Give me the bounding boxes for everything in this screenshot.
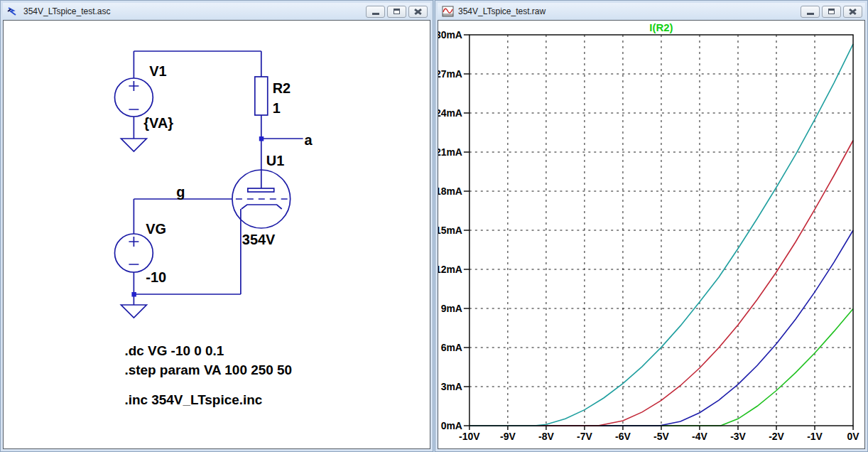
ground-symbol[interactable]: [121, 139, 146, 151]
y-tick-label: 24mA: [438, 107, 462, 119]
waveform-titlebar[interactable]: 354V_LTspice_test.raw: [438, 3, 865, 20]
close-button[interactable]: [408, 6, 428, 18]
x-tick-label: -8V: [538, 431, 554, 442]
minimize-icon: [372, 13, 379, 15]
spice-directive-step[interactable]: .step param VA 100 250 50: [124, 362, 292, 377]
ground-symbol[interactable]: [121, 305, 146, 318]
net-label-g[interactable]: g: [176, 184, 185, 200]
trace-va-150[interactable]: [470, 230, 853, 426]
x-tick-label: -1V: [807, 431, 823, 442]
y-tick-label: 27mA: [438, 68, 462, 80]
x-tick-label: 0V: [847, 431, 860, 442]
component-ref-r2[interactable]: R2: [273, 80, 291, 96]
restore-icon: [828, 9, 835, 14]
component-value-u1[interactable]: 354V: [242, 232, 276, 247]
plot-legend-label[interactable]: I(R2): [649, 21, 673, 33]
spice-directive-inc[interactable]: .inc 354V_LTspice.inc: [124, 392, 262, 407]
restore-button[interactable]: [387, 6, 406, 18]
resistor-r2[interactable]: [255, 77, 268, 115]
voltage-source-v1[interactable]: [114, 78, 153, 117]
component-value-vg[interactable]: -10: [146, 269, 166, 285]
y-tick-label: 9mA: [441, 303, 462, 314]
component-ref-u1[interactable]: U1: [266, 153, 284, 168]
close-icon: [414, 9, 422, 15]
component-ref-v1[interactable]: V1: [149, 63, 166, 79]
y-tick-label: 21mA: [438, 146, 462, 158]
wire-junction: [259, 136, 264, 141]
x-tick-label: -5V: [653, 431, 669, 442]
component-value-r2[interactable]: 1: [273, 100, 281, 116]
ltspice-schematic-icon: [7, 6, 19, 17]
close-icon: [849, 9, 857, 15]
window-title: 354V_LTspice_test.asc: [23, 6, 366, 16]
close-button[interactable]: [843, 6, 862, 18]
waveform-pane[interactable]: -10V-9V-8V-7V-6V-5V-4V-3V-2V-1V0V0mA3mA6…: [438, 20, 865, 449]
x-tick-label: -6V: [615, 431, 631, 442]
x-tick-label: -10V: [459, 431, 480, 442]
schematic-titlebar[interactable]: 354V_LTspice_test.asc: [3, 3, 430, 20]
schematic-window: 354V_LTspice_test.asc: [0, 0, 433, 452]
wire-junction: [131, 292, 136, 297]
component-value-v1[interactable]: {VA}: [143, 115, 173, 131]
y-tick-label: 30mA: [438, 29, 462, 41]
window-title: 354V_LTspice_test.raw: [458, 6, 801, 16]
minimize-button[interactable]: [801, 6, 820, 18]
voltage-source-vg[interactable]: [114, 234, 153, 272]
net-label-a[interactable]: a: [305, 132, 313, 148]
y-tick-label: 0mA: [441, 420, 462, 431]
component-ref-vg[interactable]: VG: [146, 221, 166, 237]
x-tick-label: -3V: [730, 431, 746, 442]
ltspice-waveform-icon: [442, 6, 454, 17]
schematic-drawing: V1 {VA} R2 1 a U1 354V g VG -10 .dc VG -…: [4, 21, 430, 448]
minimize-icon: [807, 13, 814, 15]
x-tick-label: -4V: [692, 431, 707, 442]
waveform-plot: -10V-9V-8V-7V-6V-5V-4V-3V-2V-1V0V0mA3mA6…: [438, 21, 864, 448]
restore-icon: [394, 9, 400, 14]
restore-button[interactable]: [822, 6, 841, 18]
y-tick-label: 6mA: [441, 342, 462, 353]
spice-directive-dc[interactable]: .dc VG -10 0 0.1: [124, 343, 224, 358]
schematic-canvas[interactable]: V1 {VA} R2 1 a U1 354V g VG -10 .dc VG -…: [3, 20, 430, 449]
x-tick-label: -2V: [769, 431, 784, 442]
y-tick-label: 15mA: [438, 225, 462, 236]
y-tick-label: 3mA: [441, 381, 462, 392]
y-tick-label: 12mA: [438, 264, 462, 275]
x-tick-label: -7V: [577, 431, 592, 442]
waveform-window: 354V_LTspice_test.raw -10V-9V-8V-7V-6V-5…: [435, 0, 868, 452]
y-tick-label: 18mA: [438, 185, 462, 197]
minimize-button[interactable]: [366, 6, 385, 18]
x-tick-label: -9V: [500, 431, 516, 442]
